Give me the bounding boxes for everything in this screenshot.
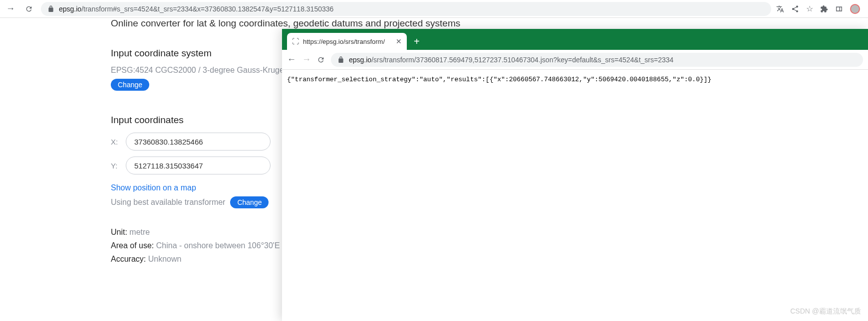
watermark-text: CSDN @霸道流氓气质 bbox=[790, 307, 861, 316]
overlay-url-domain: epsg.io bbox=[349, 56, 371, 64]
back-icon[interactable]: ← bbox=[287, 54, 296, 65]
x-input[interactable] bbox=[126, 133, 271, 151]
show-on-map-link[interactable]: Show position on a map bbox=[111, 183, 196, 192]
forward-icon: → bbox=[302, 54, 311, 65]
lock-icon bbox=[47, 4, 55, 13]
overlay-tabbar: ⛶ https://epsg.io/srs/transform/ ✕ + bbox=[282, 29, 868, 50]
unit-value: metre bbox=[127, 228, 150, 236]
main-browser-toolbar: → epsg.io/transform#s_srs=4524&t_srs=233… bbox=[0, 0, 868, 18]
overlay-address-bar[interactable]: epsg.io/srs/transform/37360817.569479,51… bbox=[331, 53, 863, 67]
unit-label: Unit: bbox=[111, 228, 127, 236]
change-crs-button[interactable]: Change bbox=[111, 79, 149, 91]
y-label: Y: bbox=[111, 161, 120, 170]
y-input[interactable] bbox=[126, 157, 271, 174]
main-address-bar[interactable]: epsg.io/transform#s_srs=4524&t_srs=2334&… bbox=[41, 2, 771, 16]
share-icon[interactable] bbox=[791, 4, 799, 13]
main-url-path: /transform#s_srs=4524&t_srs=2334&x=37360… bbox=[81, 5, 333, 13]
overlay-url-text: epsg.io/srs/transform/37360817.569479,51… bbox=[349, 56, 673, 64]
accuracy-label: Accuracy: bbox=[111, 255, 146, 263]
main-url-domain: epsg.io bbox=[59, 5, 81, 13]
profile-avatar-icon[interactable] bbox=[850, 4, 860, 14]
overlay-browser-window: ⛶ https://epsg.io/srs/transform/ ✕ + ← →… bbox=[282, 29, 868, 321]
overlay-response-body: {"transformer_selection_strategy":"auto"… bbox=[282, 70, 868, 321]
forward-icon[interactable]: → bbox=[4, 3, 17, 14]
area-label: Area of use: bbox=[111, 241, 154, 250]
reload-icon[interactable] bbox=[22, 4, 36, 13]
toolbar-right-icons: ☆ bbox=[776, 4, 864, 14]
lock-icon bbox=[337, 55, 345, 64]
overlay-toolbar: ← → epsg.io/srs/transform/37360817.56947… bbox=[282, 50, 868, 70]
close-icon[interactable]: ✕ bbox=[396, 37, 402, 45]
extensions-icon[interactable] bbox=[820, 4, 828, 13]
reload-icon[interactable] bbox=[317, 55, 325, 64]
accuracy-value: Unknown bbox=[146, 255, 181, 263]
change-transformer-button[interactable]: Change bbox=[230, 196, 269, 208]
new-tab-button[interactable]: + bbox=[407, 33, 427, 50]
panel-icon[interactable] bbox=[835, 4, 843, 13]
overlay-tab-title: https://epsg.io/srs/transform/ bbox=[303, 38, 392, 45]
page-subtitle: Online converter for lat & long coordina… bbox=[111, 18, 868, 29]
translate-icon[interactable] bbox=[776, 4, 784, 13]
expand-icon: ⛶ bbox=[292, 37, 299, 45]
main-url-text: epsg.io/transform#s_srs=4524&t_srs=2334&… bbox=[59, 5, 333, 13]
x-label: X: bbox=[111, 138, 120, 146]
overlay-url-path: /srs/transform/37360817.569479,5127237.5… bbox=[371, 56, 673, 64]
overlay-tab[interactable]: ⛶ https://epsg.io/srs/transform/ ✕ bbox=[287, 33, 407, 50]
star-icon[interactable]: ☆ bbox=[806, 4, 813, 13]
transformer-text: Using best available transformer bbox=[111, 198, 225, 207]
